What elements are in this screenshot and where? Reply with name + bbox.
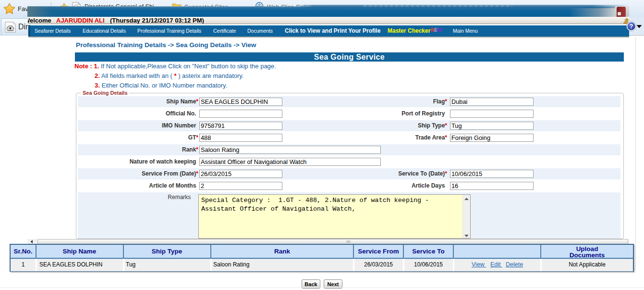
svg-text:?: ?: [630, 23, 633, 30]
